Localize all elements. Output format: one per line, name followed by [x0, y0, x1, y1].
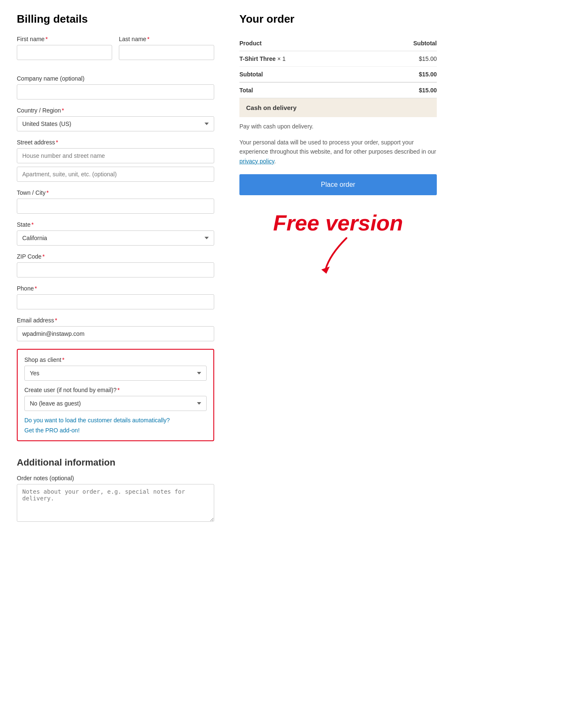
create-user-label: Create user (if not found by email)?* [24, 387, 207, 393]
phone-label: Phone* [17, 285, 214, 292]
order-notes-input[interactable] [17, 484, 214, 522]
payment-method-title: Cash on delivery [246, 104, 297, 111]
street-line1-input[interactable] [17, 148, 214, 163]
billing-title: Billing details [17, 13, 214, 26]
privacy-policy-link[interactable]: privacy policy [239, 158, 274, 165]
subtotal-value: $15.00 [370, 67, 437, 83]
additional-section: Additional information Order notes (opti… [17, 457, 214, 531]
col-product: Product [239, 36, 370, 51]
additional-title: Additional information [17, 457, 214, 468]
shop-as-client-label: Shop as client* [24, 356, 207, 363]
company-label: Company name (optional) [17, 75, 214, 82]
order-item-row: T-Shirt Three × 1 $15.00 [239, 51, 437, 67]
country-label: Country / Region* [17, 107, 214, 114]
zip-label: ZIP Code* [17, 253, 214, 260]
total-row: Total $15.00 [239, 82, 437, 98]
total-label: Total [239, 82, 370, 98]
billing-section: Billing details First name* Last name* [17, 13, 214, 449]
payment-method-box: Cash on delivery [239, 98, 437, 117]
free-version-arrow-icon [313, 234, 363, 276]
order-notes-label: Order notes (optional) [17, 475, 214, 481]
street-line2-input[interactable] [17, 167, 214, 182]
order-table: Product Subtotal T-Shirt Three × 1 $15.0… [239, 36, 437, 98]
last-name-label: Last name* [119, 36, 214, 42]
town-input[interactable] [17, 199, 214, 214]
order-section: Your order Product Subtotal T-Shirt Thre… [239, 13, 437, 449]
email-input[interactable] [17, 326, 214, 341]
state-label: State* [17, 221, 214, 228]
first-name-label: First name* [17, 36, 112, 42]
town-label: Town / City* [17, 189, 214, 196]
load-customer-link[interactable]: Do you want to load the customer details… [24, 417, 207, 424]
place-order-button[interactable]: Place order [239, 174, 437, 195]
total-value: $15.00 [370, 82, 437, 98]
free-version-annotation: Free version [239, 212, 437, 276]
create-user-select[interactable]: No (leave as guest) Yes [24, 396, 207, 411]
col-subtotal: Subtotal [370, 36, 437, 51]
subtotal-row: Subtotal $15.00 [239, 67, 437, 83]
company-input[interactable] [17, 84, 214, 99]
item-subtotal: $15.00 [370, 51, 437, 67]
street-label: Street address* [17, 139, 214, 146]
get-pro-link[interactable]: Get the PRO add-on! [24, 427, 207, 434]
last-name-input[interactable] [119, 45, 214, 60]
pro-box: Shop as client* Yes No Create user (if n… [17, 349, 214, 441]
payment-description: Pay with cash upon delivery. [239, 122, 437, 131]
email-label: Email address* [17, 317, 214, 324]
zip-input[interactable] [17, 262, 214, 277]
country-select[interactable]: United States (US) [17, 116, 214, 131]
free-version-text: Free version [239, 212, 437, 234]
order-title: Your order [239, 13, 437, 26]
subtotal-label: Subtotal [239, 67, 370, 83]
phone-input[interactable] [17, 294, 214, 309]
privacy-note: Your personal data will be used to proce… [239, 138, 437, 166]
state-select[interactable]: California [17, 230, 214, 246]
shop-as-client-select[interactable]: Yes No [24, 366, 207, 381]
item-name: T-Shirt Three × 1 [239, 51, 370, 67]
first-name-input[interactable] [17, 45, 112, 60]
